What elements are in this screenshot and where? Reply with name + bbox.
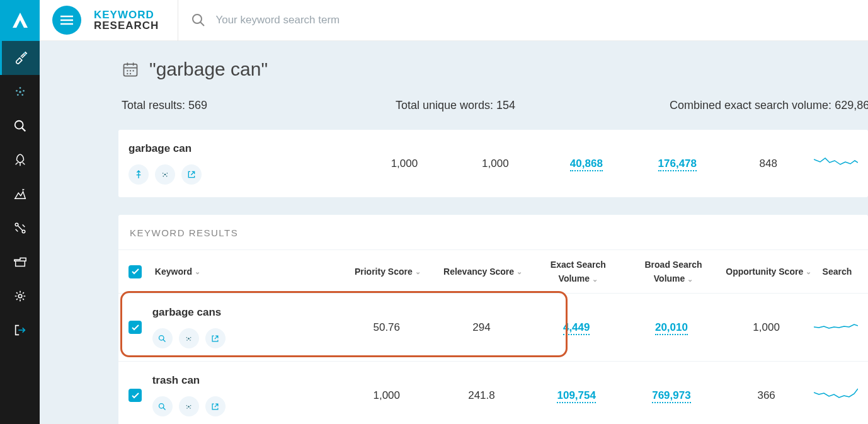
stat-combined-volume: Combined exact search volume: 629,868 <box>670 99 868 112</box>
col-opportunity[interactable]: Opportunity Score⌄ <box>721 266 816 277</box>
row-open-button[interactable] <box>205 328 226 348</box>
svg-line-41 <box>163 408 166 410</box>
open-button[interactable] <box>181 164 202 185</box>
svg-point-17 <box>193 14 202 23</box>
sparkline-icon <box>814 385 858 404</box>
row-cluster-button[interactable] <box>179 396 199 416</box>
mountain-flag-icon <box>13 187 27 201</box>
select-all-checkbox[interactable] <box>128 265 142 278</box>
search-small-icon <box>157 334 167 343</box>
row-opportunity: 366 <box>719 389 814 402</box>
col-keyword[interactable]: Keyword⌄ <box>152 266 340 277</box>
row-broad-volume[interactable]: 769,973 <box>652 389 690 403</box>
svg-point-27 <box>130 73 131 74</box>
svg-point-11 <box>22 230 25 233</box>
hamburger-icon <box>60 15 73 25</box>
svg-point-23 <box>127 70 128 71</box>
row-exact-volume[interactable]: 4,449 <box>563 321 590 335</box>
cluster-icon <box>13 85 27 99</box>
results-table: KEYWORD RESULTS Keyword⌄ Priority Score⌄… <box>118 215 868 424</box>
row-checkbox[interactable] <box>128 321 142 334</box>
search-icon <box>191 13 206 28</box>
nav-item-connect[interactable] <box>0 211 40 245</box>
svg-point-8 <box>14 121 23 129</box>
content-area: "garbage can" Total results: 569 Total u… <box>40 41 868 424</box>
svg-point-1 <box>25 54 26 55</box>
svg-point-26 <box>127 73 128 74</box>
results-title: KEYWORD RESULTS <box>118 215 868 250</box>
top-exact-volume[interactable]: 40,868 <box>570 158 603 171</box>
row-opportunity: 1,000 <box>719 321 814 334</box>
nav-rail <box>0 0 40 424</box>
svg-point-7 <box>19 87 21 89</box>
row-relevancy: 294 <box>434 321 529 334</box>
calendar-icon <box>122 60 139 78</box>
col-exact[interactable]: Exact SearchVolume ⌄ <box>530 259 625 284</box>
top-broad-volume[interactable]: 176,478 <box>658 158 697 171</box>
nav-item-paint[interactable] <box>0 41 40 75</box>
row-broad-volume[interactable]: 20,010 <box>655 321 688 335</box>
svg-point-38 <box>186 340 188 341</box>
svg-point-37 <box>190 337 191 338</box>
row-relevancy: 241.8 <box>434 389 529 402</box>
box-icon <box>13 255 27 269</box>
exit-icon <box>13 323 27 337</box>
check-icon <box>132 324 139 331</box>
nav-item-rocket[interactable] <box>0 143 40 177</box>
svg-point-29 <box>163 173 164 174</box>
table-row: trash can 1,000 241.8 109,754 769,973 36… <box>118 362 868 424</box>
stat-unique-words: Total unique words: 154 <box>396 99 670 112</box>
svg-point-28 <box>164 174 166 176</box>
svg-line-34 <box>163 340 166 342</box>
svg-point-25 <box>133 70 134 71</box>
top-keyword-card: garbage can 1,000 1,000 40,868 176,478 8… <box>118 130 868 197</box>
external-link-icon <box>210 402 220 411</box>
search-input[interactable] <box>215 14 467 26</box>
nav-item-settings[interactable] <box>0 279 40 313</box>
table-header: Keyword⌄ Priority Score⌄ Relevancy Score… <box>118 250 868 294</box>
brand-logo[interactable] <box>0 0 40 41</box>
top-keyword-name: garbage can <box>128 142 359 155</box>
svg-point-39 <box>190 340 191 341</box>
cluster-button[interactable] <box>155 164 175 185</box>
row-exact-volume[interactable]: 109,754 <box>557 389 595 403</box>
sparkline-icon <box>814 317 858 336</box>
row-priority: 50.76 <box>339 321 434 334</box>
nav-item-box[interactable] <box>0 245 40 279</box>
nav-item-cluster[interactable] <box>0 75 40 109</box>
product-logo: KEYWORD RESEARCH <box>94 9 159 31</box>
cluster-small-icon <box>160 169 170 180</box>
svg-point-10 <box>15 223 18 226</box>
nav-item-search[interactable] <box>0 109 40 143</box>
svg-point-32 <box>166 176 168 177</box>
menu-button[interactable] <box>52 6 81 35</box>
col-trend[interactable]: Search <box>816 266 858 277</box>
gear-icon <box>13 289 27 303</box>
row-open-button[interactable] <box>205 396 226 416</box>
svg-point-35 <box>188 338 190 340</box>
svg-point-42 <box>188 406 190 408</box>
svg-point-43 <box>186 405 188 406</box>
row-checkbox[interactable] <box>128 389 142 402</box>
top-relevancy: 1,000 <box>450 158 540 170</box>
row-cluster-button[interactable] <box>179 328 199 348</box>
col-priority[interactable]: Priority Score⌄ <box>340 266 435 277</box>
external-link-icon <box>210 334 220 343</box>
cluster-small-icon <box>184 334 193 343</box>
external-link-icon <box>186 169 197 180</box>
row-search-button[interactable] <box>152 396 173 416</box>
stat-total-results: Total results: 569 <box>122 99 396 112</box>
row-keyword-name: trash can <box>152 374 340 387</box>
svg-line-18 <box>200 22 204 26</box>
svg-point-4 <box>23 90 25 92</box>
check-icon <box>132 392 139 399</box>
svg-point-2 <box>19 91 21 93</box>
svg-line-9 <box>21 128 25 132</box>
pin-button[interactable] <box>128 164 149 185</box>
nav-item-flag[interactable] <box>0 177 40 211</box>
nav-item-exit[interactable] <box>0 313 40 347</box>
check-icon <box>132 268 139 275</box>
col-relevancy[interactable]: Relevancy Score⌄ <box>435 266 530 277</box>
row-search-button[interactable] <box>152 328 173 348</box>
col-broad[interactable]: Broad SearchVolume ⌄ <box>625 259 721 284</box>
